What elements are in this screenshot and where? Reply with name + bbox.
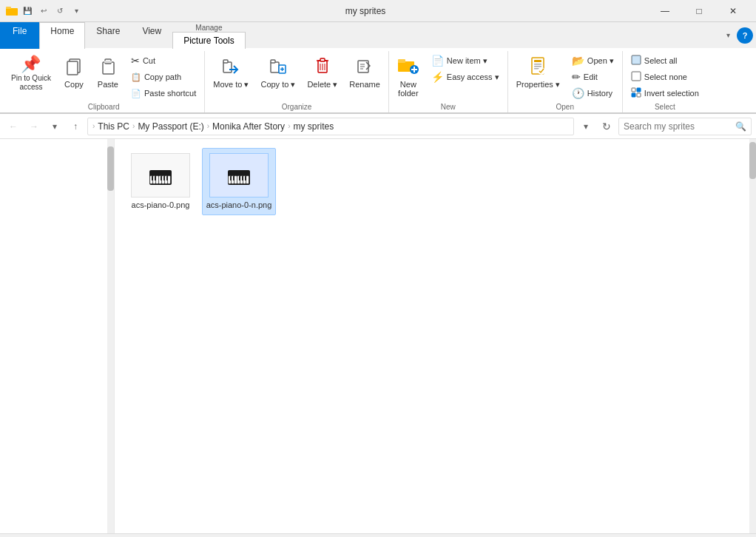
ribbon-group-clipboard: 📌 Pin to Quickaccess Copy — [3, 51, 205, 112]
easy-access-button[interactable]: ⚡ Easy access ▾ — [426, 69, 504, 85]
tab-home[interactable]: Home — [39, 22, 85, 49]
svg-rect-37 — [632, 88, 635, 92]
clipboard-group-label: Clipboard — [6, 101, 201, 112]
status-bar: 2 items — [0, 533, 756, 537]
svg-rect-29 — [534, 60, 541, 62]
paste-button[interactable]: Paste — [92, 53, 124, 92]
copy-button-large[interactable]: Copy — [58, 53, 90, 92]
maximize-button[interactable]: □ — [682, 0, 716, 22]
organize-group-label: Organize — [208, 101, 385, 112]
recent-button[interactable]: ▾ — [46, 118, 64, 135]
select-all-button[interactable]: Select all — [626, 53, 704, 69]
svg-rect-62 — [230, 176, 232, 180]
ribbon-content: 📌 Pin to Quickaccess Copy — [0, 48, 756, 113]
help-button[interactable]: ? — [737, 27, 753, 44]
sidebar-scrollbar[interactable] — [107, 139, 114, 533]
copy-path-icon: 📋 — [131, 72, 141, 82]
svg-rect-3 — [67, 61, 78, 75]
content-scrollbar[interactable] — [749, 139, 756, 533]
svg-rect-44 — [156, 176, 158, 183]
piano-thumbnail-1 — [138, 157, 183, 194]
file-name-2: acs-piano-0-n.png — [206, 200, 272, 210]
path-my-sprites[interactable]: my sprites — [293, 121, 334, 132]
list-item[interactable]: acs-piano-0.png — [124, 148, 198, 215]
ribbon-group-new: Newfolder 📄 New item ▾ ⚡ Easy access ▾ N… — [389, 51, 508, 112]
tab-share[interactable]: Share — [85, 22, 131, 49]
new-item-icon: 📄 — [431, 55, 444, 67]
svg-rect-8 — [223, 60, 228, 63]
address-bar: ← → ▾ ↑ › This PC › My Passport (E:) › M… — [0, 114, 756, 139]
path-monika[interactable]: Monika After Story — [212, 121, 285, 132]
copy-path-button[interactable]: 📋 Copy path — [126, 69, 201, 85]
svg-rect-36 — [632, 72, 641, 81]
copy-to-button[interactable]: Copy to ▾ — [255, 53, 300, 93]
file-thumbnail-2 — [209, 153, 269, 197]
invert-selection-label: Invert selection — [644, 89, 699, 98]
sidebar-scroll-thumb[interactable] — [107, 146, 114, 191]
invert-selection-button[interactable]: Invert selection — [626, 85, 704, 101]
path-sep-1: › — [132, 122, 135, 130]
up-button[interactable]: ↑ — [67, 118, 84, 135]
cut-button[interactable]: ✂ Cut — [126, 53, 201, 69]
svg-rect-38 — [637, 88, 641, 92]
rename-label: Rename — [349, 80, 380, 89]
new-item-button[interactable]: 📄 New item ▾ — [426, 53, 504, 69]
refresh-button[interactable]: ↻ — [598, 118, 615, 135]
select-group-label: Select — [626, 101, 704, 112]
search-box[interactable]: 🔍 — [618, 118, 752, 135]
move-to-button[interactable]: Move to ▾ — [208, 53, 254, 93]
easy-access-label: Easy access ▾ — [447, 72, 499, 82]
path-this-pc[interactable]: This PC — [98, 121, 129, 132]
tab-view[interactable]: View — [131, 22, 172, 49]
forward-button[interactable]: → — [25, 118, 43, 135]
path-my-passport[interactable]: My Passport (E:) — [138, 121, 203, 132]
select-none-button[interactable]: Select none — [626, 69, 704, 85]
search-icon[interactable]: 🔍 — [735, 121, 746, 132]
title-bar-left: 💾 ↩ ↺ ▾ — [6, 4, 83, 18]
history-button[interactable]: 🕐 History — [567, 85, 619, 101]
delete-button[interactable]: Delete ▾ — [302, 53, 342, 93]
redo-qt-btn[interactable]: ↺ — [53, 4, 67, 18]
new-folder-button[interactable]: Newfolder — [392, 53, 425, 101]
edit-label: Edit — [584, 72, 598, 81]
svg-rect-52 — [163, 176, 165, 180]
search-input[interactable] — [624, 121, 735, 132]
select-items: Select all Select none — [626, 51, 704, 101]
edit-button[interactable]: ✏ Edit — [567, 69, 619, 85]
close-button[interactable]: ✕ — [716, 0, 750, 22]
more-qt-btn[interactable]: ▾ — [70, 4, 83, 18]
minimize-button[interactable]: — — [648, 0, 682, 22]
new-item-label: New item ▾ — [447, 56, 487, 66]
save-qt-btn[interactable]: 💾 — [21, 4, 34, 18]
open-small-col: 📂 Open ▾ ✏ Edit 🕐 History — [567, 53, 619, 101]
copy-to-icon — [269, 56, 287, 78]
back-button[interactable]: ← — [4, 118, 22, 135]
rename-button[interactable]: Rename — [344, 53, 385, 92]
tab-picture-tools[interactable]: Picture Tools — [172, 32, 245, 49]
tab-file[interactable]: File — [0, 22, 39, 49]
open-button[interactable]: 📂 Open ▾ — [567, 53, 619, 69]
address-path[interactable]: › This PC › My Passport (E:) › Monika Af… — [87, 118, 574, 135]
ribbon-tabs-row: File Home Share View Manage Picture Tool… — [0, 22, 756, 48]
invert-selection-icon — [631, 87, 641, 100]
sidebar — [0, 139, 115, 533]
properties-button[interactable]: Properties ▾ — [511, 53, 565, 93]
copy-to-label: Copy to ▾ — [260, 80, 295, 90]
svg-rect-6 — [104, 61, 112, 63]
file-thumbnail-1 — [131, 153, 190, 197]
content-scroll-thumb[interactable] — [749, 142, 756, 179]
svg-rect-66 — [245, 176, 246, 180]
delete-icon — [314, 56, 331, 78]
pin-quick-access-button[interactable]: 📌 Pin to Quickaccess — [6, 53, 56, 95]
path-dropdown-button[interactable]: ▾ — [577, 118, 595, 135]
paste-shortcut-label: Paste shortcut — [144, 89, 196, 98]
ribbon-collapse-btn[interactable]: ▾ — [722, 30, 734, 41]
undo-qt-btn[interactable]: ↩ — [37, 4, 50, 18]
title-bar: 💾 ↩ ↺ ▾ my sprites — □ ✕ — [0, 0, 756, 22]
paste-shortcut-button[interactable]: 📄 Paste shortcut — [126, 85, 201, 101]
history-label: History — [587, 89, 612, 98]
ribbon: File Home Share View Manage Picture Tool… — [0, 22, 756, 114]
rename-icon — [356, 56, 374, 78]
list-item[interactable]: acs-piano-0-n.png — [202, 148, 276, 215]
ribbon-group-organize: Move to ▾ Copy to ▾ — [205, 51, 389, 112]
